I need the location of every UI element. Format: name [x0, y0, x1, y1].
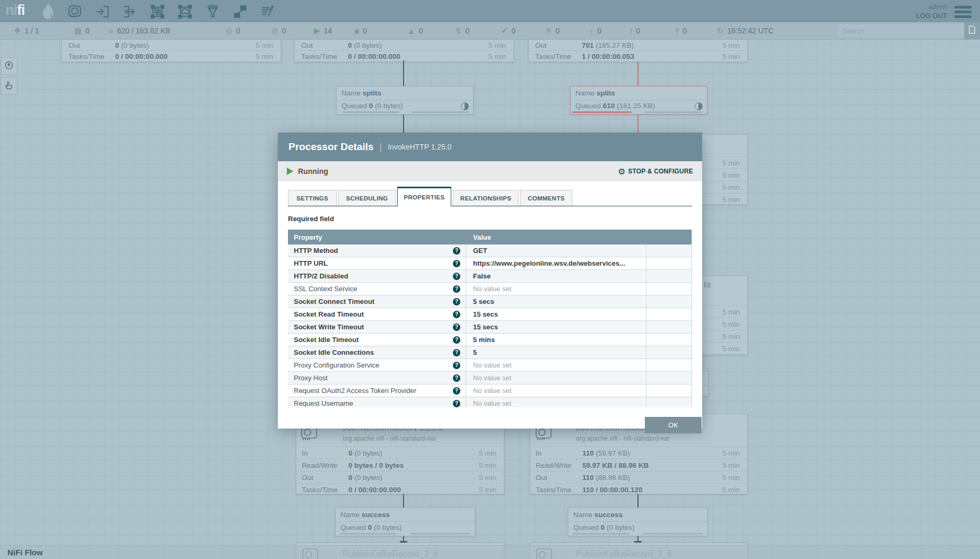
queue-bar [573, 533, 629, 535]
queue-bar [645, 111, 702, 113]
input-port-draggable-icon[interactable] [95, 4, 110, 19]
help-icon[interactable]: ? [453, 324, 460, 331]
connection-label-success[interactable]: Name success Queued 0 (0 bytes) [335, 508, 475, 536]
stale-count-icon: ↑ [590, 27, 594, 36]
hand-icon [4, 80, 14, 92]
tab-relationships[interactable]: RELATIONSHIPS [453, 190, 519, 206]
disabled-count-icon: ↯ [455, 26, 462, 36]
running-status-text: Running [298, 167, 328, 176]
stop-and-configure-button[interactable]: ⚙ STOP & CONFIGURE [618, 167, 693, 177]
help-icon[interactable]: ? [453, 336, 460, 344]
connection-line [403, 60, 404, 86]
properties-table-header: Property Value [288, 230, 692, 244]
tab-comments[interactable]: COMMENTS [520, 190, 572, 206]
queue-bar [410, 533, 470, 535]
help-icon[interactable]: ? [453, 247, 460, 255]
stat-row: Out701 (185.27 KB)5 min [529, 40, 747, 50]
help-icon[interactable]: ? [453, 260, 460, 267]
dialog-tabs: SETTINGS SCHEDULING PROPERTIES RELATIONS… [288, 187, 692, 206]
column-value: Value [466, 233, 646, 241]
help-icon[interactable]: ? [453, 374, 460, 382]
load-balance-icon [461, 102, 469, 110]
stopped-count-icon: ■ [354, 27, 359, 36]
help-icon[interactable]: ? [453, 285, 460, 293]
app-header: nifi admin LOG OUT [0, 0, 980, 22]
help-icon[interactable]: ? [453, 387, 460, 395]
search-input[interactable] [838, 24, 966, 37]
not-transmitting-icon: ⊘ [272, 26, 278, 36]
global-menu-button[interactable] [955, 6, 972, 20]
help-icon[interactable]: ? [453, 311, 460, 318]
queue-bar [343, 111, 399, 113]
dialog-header: Processor Details | InvokeHTTP 1.25.0 [278, 133, 702, 161]
logout-link[interactable]: LOG OUT [916, 11, 947, 20]
compass-icon [4, 60, 14, 73]
help-icon[interactable]: ? [453, 400, 460, 407]
nifi-app: Out0 (0 bytes)5 min Tasks/Time0 / 00:00:… [0, 0, 980, 559]
connection-line [637, 62, 638, 86]
property-row: Proxy Host? No value set [288, 372, 692, 385]
breadcrumb[interactable]: NiFi Flow [7, 548, 43, 557]
remote-process-group-draggable-icon[interactable] [178, 4, 192, 19]
operate-palette-button[interactable] [1, 77, 18, 94]
label-draggable-icon[interactable] [260, 4, 275, 19]
title-separator: | [380, 142, 382, 153]
help-icon[interactable]: ? [453, 298, 460, 305]
transmitting-icon: ◎ [225, 26, 232, 36]
dialog-title: Processor Details [288, 141, 374, 153]
running-status-icon [287, 168, 293, 175]
property-row: HTTP Method? GET [288, 244, 692, 257]
help-icon[interactable]: ? [453, 349, 460, 356]
refresh-icon[interactable]: ↻ [717, 26, 724, 36]
sync-failure-count-icon: ? [675, 27, 679, 36]
gear-icon: ⚙ [618, 167, 625, 177]
navigate-palette-button[interactable] [1, 57, 18, 75]
stat-row: Tasks/Time1 / 00:00:00.0535 min [529, 50, 747, 62]
help-icon[interactable]: ? [453, 362, 460, 369]
stat-row: Tasks/Time0 / 00:00:00.0005 min [295, 50, 513, 62]
ports-icon: ▦ [74, 26, 82, 36]
property-row: Socket Read Timeout? 15 secs [288, 308, 692, 321]
funnel-draggable-icon[interactable] [205, 4, 220, 19]
stat-row: Tasks/Time0 / 00:00:00.0005 min [62, 50, 281, 62]
tab-settings[interactable]: SETTINGS [288, 190, 337, 206]
locally-modified-stale-count-icon: ! [630, 27, 632, 36]
property-row: HTTP/2 Disabled? False [288, 270, 692, 283]
connection-label-success[interactable]: Name success Queued 0 (0 bytes) [568, 508, 707, 536]
connection-label-splits[interactable]: Name splits Queued 0 (0 bytes) [336, 86, 474, 115]
processor-type-version: InvokeHTTP 1.25.0 [388, 143, 451, 151]
required-field-note: Required field [288, 215, 692, 223]
processor-draggable-icon[interactable] [67, 4, 82, 19]
property-row: Proxy Configuration Service? No value se… [288, 359, 692, 372]
load-balance-icon [695, 102, 703, 110]
connection-label-splits[interactable]: Name splits Queued 610 (161.25 KB) [570, 86, 707, 115]
document-icon [968, 25, 976, 37]
ok-button[interactable]: OK [645, 417, 702, 433]
tab-properties[interactable]: PROPERTIES [397, 187, 451, 206]
search-settings-button[interactable] [964, 22, 980, 39]
locally-modified-count-icon: ✳ [545, 26, 552, 36]
property-row: Socket Connect Timeout? 5 secs [288, 295, 692, 308]
processor-stats-box[interactable]: Out0 (0 bytes)5 min Tasks/Time0 / 00:00:… [294, 39, 514, 62]
processor-details-dialog: Processor Details | InvokeHTTP 1.25.0 Ru… [278, 133, 702, 429]
status-bar: ❖1 / 1 ▦0 ≡620 / 163.82 KB ◎0 ⊘0 ▶14 ■0 … [0, 22, 980, 40]
property-row: SSL Context Service? No value set [288, 283, 692, 295]
dialog-body: SETTINGS SCHEDULING PROPERTIES RELATIONS… [278, 187, 702, 434]
queue-bar [572, 111, 632, 113]
template-draggable-icon[interactable] [233, 4, 248, 19]
process-group-draggable-icon[interactable] [150, 4, 165, 19]
property-row: HTTP URL? https://www.pegelonline.wsv.de… [288, 257, 692, 270]
property-row: Request OAuth2 Access Token Provider? No… [288, 385, 692, 397]
nifi-droplet-icon [38, 1, 58, 23]
queue-bar [643, 533, 703, 535]
help-icon[interactable]: ? [453, 273, 460, 280]
processor-stats-box[interactable]: Out0 (0 bytes)5 min Tasks/Time0 / 00:00:… [62, 39, 281, 62]
queue-bar [412, 111, 469, 113]
tab-scheduling[interactable]: SCHEDULING [338, 190, 396, 206]
property-row: Socket Write Timeout? 15 secs [288, 321, 692, 334]
property-row-partial: Request Username? No value set [288, 397, 692, 407]
current-user: admin [916, 2, 947, 11]
connection-line [403, 113, 404, 133]
processor-stats-box[interactable]: Out701 (185.27 KB)5 min Tasks/Time1 / 00… [528, 39, 748, 62]
output-port-draggable-icon[interactable] [122, 4, 137, 19]
